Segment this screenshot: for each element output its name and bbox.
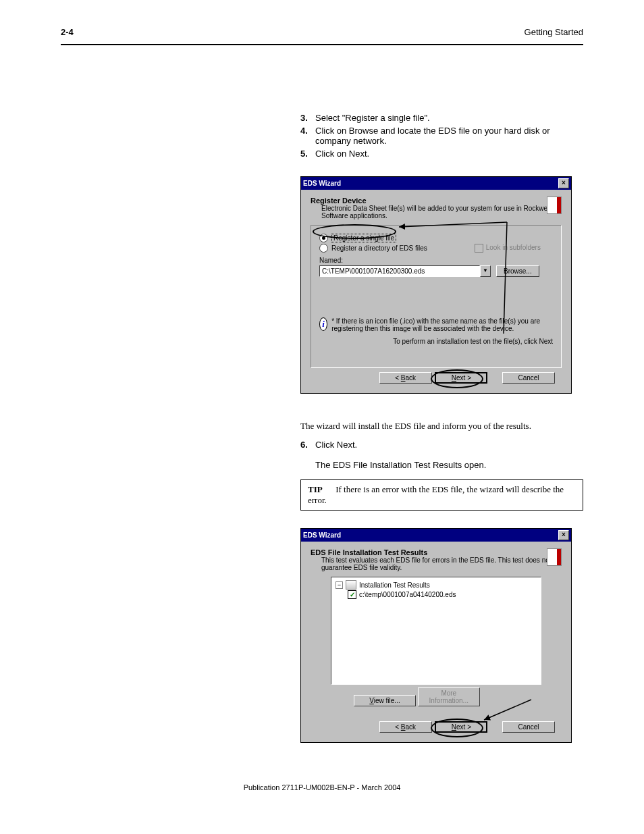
- step-num: 4.: [300, 126, 315, 146]
- step-num: 5.: [300, 149, 315, 159]
- back-button[interactable]: < Back: [379, 372, 432, 384]
- info-text: * If there is an icon file (.ico) with t…: [331, 317, 553, 332]
- svg-line-0: [399, 222, 507, 227]
- step-text: Click on Browse and locate the EDS file …: [315, 126, 583, 146]
- tip-label: TIP: [308, 484, 323, 494]
- annotation-oval-next2: [431, 719, 483, 737]
- tree-root-label: Installation Test Results: [359, 581, 430, 589]
- header-rule: [61, 44, 583, 45]
- titlebar[interactable]: EDS Wizard ×: [301, 177, 571, 190]
- tree-item-label: c:\temp\0001007a04140200.eds: [359, 591, 456, 598]
- radio-directory-label: Register a directory of EDS files: [331, 244, 427, 252]
- more-info-button: More Information...: [418, 687, 480, 706]
- path-input[interactable]: C:\TEMP\0001007A16200300.eds: [319, 265, 480, 277]
- step-num: 3.: [300, 113, 315, 123]
- titlebar[interactable]: EDS Wizard ×: [301, 529, 571, 542]
- folder-icon: [346, 580, 356, 590]
- chapter-title: Getting Started: [525, 27, 583, 37]
- mid-instructions: The wizard will install the EDS file and…: [300, 421, 583, 511]
- eds-document-icon: [547, 197, 562, 214]
- radio-directory[interactable]: Register a directory of EDS files Look i…: [319, 244, 553, 253]
- browse-button[interactable]: Browse...: [496, 265, 539, 277]
- next-button[interactable]: Next >: [435, 721, 487, 733]
- back-button[interactable]: < Back: [379, 721, 432, 733]
- close-icon[interactable]: ×: [558, 530, 569, 540]
- eds-wizard-dialog-2: EDS Wizard × EDS File Installation Test …: [300, 528, 572, 743]
- install-result-text: The wizard will install the EDS file and…: [300, 421, 583, 432]
- dialog-title: EDS Wizard: [303, 180, 341, 187]
- install-test-note: To perform an installation test on the f…: [319, 338, 553, 345]
- eds-wizard-dialog-1: EDS Wizard × Register Device Electronic …: [300, 176, 572, 394]
- annotation-oval-next: [431, 369, 483, 388]
- register-device-subtitle: Electronic Data Sheet file(s) will be ad…: [321, 205, 562, 219]
- view-file-button[interactable]: View file...: [354, 695, 416, 706]
- dialog-title: EDS Wizard: [303, 531, 341, 539]
- step-text: Select "Register a single file".: [315, 113, 430, 123]
- cancel-button[interactable]: Cancel: [502, 721, 555, 733]
- test-results-title: EDS File Installation Test Results: [311, 548, 562, 556]
- radio-single-file[interactable]: Register a single file: [319, 234, 553, 242]
- subfolders-checkbox: Look in subfolders: [475, 244, 541, 253]
- named-label: Named:: [319, 257, 553, 264]
- results-tree[interactable]: − Installation Test Results ✓ c:\temp\00…: [331, 577, 541, 685]
- chevron-down-icon[interactable]: ▼: [480, 265, 491, 277]
- step-text: Click on Next.: [315, 149, 369, 159]
- footer-publication: Publication 2711P-UM002B-EN-P - March 20…: [61, 783, 583, 791]
- radio-single-label: Register a single file: [331, 234, 396, 242]
- tree-collapse-icon[interactable]: −: [336, 581, 343, 589]
- page-number: 2-4: [61, 27, 74, 37]
- cancel-button[interactable]: Cancel: [502, 372, 555, 384]
- test-results-subtitle: This test evaluates each EDS file for er…: [321, 556, 562, 571]
- tip-body: If there is an error with the EDS file, …: [308, 484, 564, 505]
- check-icon: ✓: [348, 590, 356, 599]
- register-device-title: Register Device: [311, 197, 562, 205]
- instructions-top: 3.Select "Register a single file". 4.Cli…: [300, 113, 583, 159]
- eds-document-icon: [547, 548, 562, 566]
- info-icon: i: [319, 317, 327, 331]
- tip-box: TIP If there is an error with the EDS fi…: [300, 479, 583, 511]
- step-num: 6.: [300, 440, 315, 470]
- next-button[interactable]: Next >: [435, 372, 487, 384]
- close-icon[interactable]: ×: [558, 178, 569, 188]
- step-text: Click Next. The EDS File Installation Te…: [315, 440, 486, 470]
